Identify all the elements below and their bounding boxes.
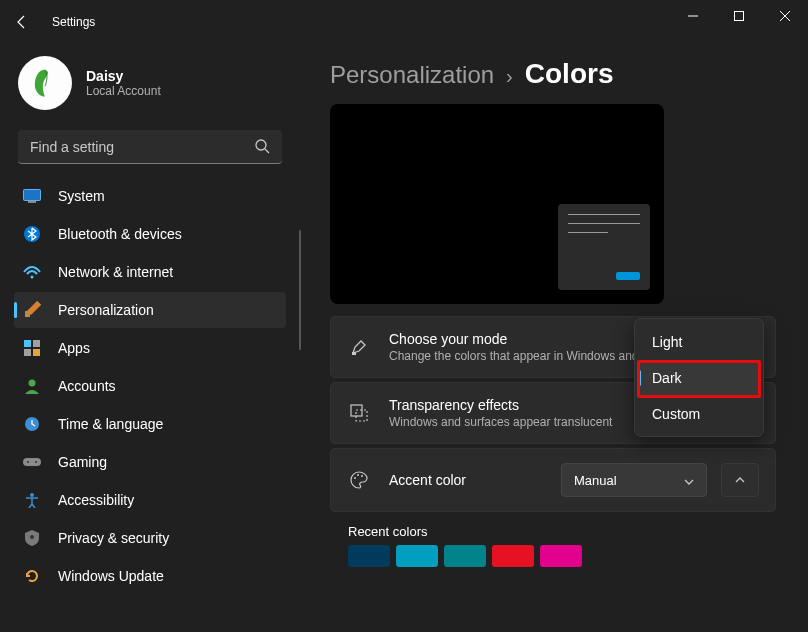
sidebar-item-system[interactable]: System xyxy=(14,178,286,214)
apps-icon xyxy=(22,338,42,358)
sidebar-item-label: System xyxy=(58,188,105,204)
sidebar-item-label: Accounts xyxy=(58,378,116,394)
svg-rect-13 xyxy=(24,349,31,356)
sidebar-item-update[interactable]: Windows Update xyxy=(14,558,286,594)
desktop-preview xyxy=(330,104,664,304)
svg-point-25 xyxy=(354,477,356,479)
svg-rect-14 xyxy=(33,349,40,356)
accounts-icon xyxy=(22,376,42,396)
breadcrumb: Personalization › Colors xyxy=(330,58,776,90)
sidebar-item-label: Bluetooth & devices xyxy=(58,226,182,242)
svg-point-15 xyxy=(29,380,36,387)
color-swatch[interactable] xyxy=(540,545,582,567)
expand-button[interactable] xyxy=(721,463,759,497)
sidebar-item-accessibility[interactable]: Accessibility xyxy=(14,482,286,518)
search-input[interactable] xyxy=(18,130,282,164)
brush-icon xyxy=(347,337,371,357)
sidebar-item-label: Network & internet xyxy=(58,264,173,280)
color-swatch[interactable] xyxy=(396,545,438,567)
privacy-icon xyxy=(22,528,42,548)
close-button[interactable] xyxy=(762,0,808,32)
maximize-button[interactable] xyxy=(716,0,762,32)
chevron-down-icon xyxy=(684,473,694,488)
dropdown-item-custom[interactable]: Custom xyxy=(638,396,760,431)
svg-point-9 xyxy=(31,276,34,279)
sidebar-item-gaming[interactable]: Gaming xyxy=(14,444,286,480)
color-swatch[interactable] xyxy=(492,545,534,567)
preview-window xyxy=(558,204,650,290)
bluetooth-icon xyxy=(22,224,42,244)
accessibility-icon xyxy=(22,490,42,510)
back-button[interactable] xyxy=(0,0,44,44)
minimize-button[interactable] xyxy=(670,0,716,32)
sidebar-item-time[interactable]: Time & language xyxy=(14,406,286,442)
sidebar-item-accounts[interactable]: Accounts xyxy=(14,368,286,404)
sidebar-item-label: Time & language xyxy=(58,416,163,432)
gaming-icon xyxy=(22,452,42,472)
chevron-right-icon: › xyxy=(506,65,513,88)
dropdown-item-light[interactable]: Light xyxy=(638,324,760,359)
sidebar-item-personalization[interactable]: Personalization xyxy=(14,292,286,328)
page-title: Colors xyxy=(525,58,614,90)
svg-point-27 xyxy=(361,475,363,477)
svg-point-21 xyxy=(30,535,34,539)
svg-point-20 xyxy=(30,493,34,497)
color-swatch[interactable] xyxy=(444,545,486,567)
dropdown-item-dark[interactable]: Dark xyxy=(638,360,760,395)
svg-point-4 xyxy=(256,140,266,150)
svg-rect-1 xyxy=(735,12,744,21)
svg-point-18 xyxy=(27,461,29,463)
svg-rect-6 xyxy=(24,190,41,201)
select-value: Manual xyxy=(574,473,617,488)
sidebar-item-label: Accessibility xyxy=(58,492,134,508)
sidebar-item-label: Personalization xyxy=(58,302,154,318)
sidebar-item-apps[interactable]: Apps xyxy=(14,330,286,366)
sidebar-item-label: Privacy & security xyxy=(58,530,169,546)
search-box[interactable] xyxy=(18,130,282,164)
window-title: Settings xyxy=(52,15,95,29)
accent-color-card[interactable]: Accent color Manual xyxy=(330,448,776,512)
recent-colors-row xyxy=(348,545,776,567)
sidebar-item-network[interactable]: Network & internet xyxy=(14,254,286,290)
avatar xyxy=(18,56,72,110)
transparency-icon xyxy=(347,403,371,423)
sidebar-item-label: Windows Update xyxy=(58,568,164,584)
svg-rect-17 xyxy=(23,458,41,466)
network-icon xyxy=(22,262,42,282)
palette-icon xyxy=(347,470,371,490)
sidebar-item-label: Gaming xyxy=(58,454,107,470)
system-icon xyxy=(22,186,42,206)
svg-rect-7 xyxy=(28,201,36,203)
card-title: Accent color xyxy=(389,472,561,488)
update-icon xyxy=(22,566,42,586)
search-icon xyxy=(254,138,270,158)
breadcrumb-parent[interactable]: Personalization xyxy=(330,61,494,89)
sidebar-item-privacy[interactable]: Privacy & security xyxy=(14,520,286,556)
svg-point-19 xyxy=(35,461,37,463)
sidebar-item-bluetooth[interactable]: Bluetooth & devices xyxy=(14,216,286,252)
time-icon xyxy=(22,414,42,434)
sidebar-item-label: Apps xyxy=(58,340,90,356)
recent-colors-label: Recent colors xyxy=(348,524,776,539)
preview-accent-button xyxy=(616,272,640,280)
profile-name: Daisy xyxy=(86,68,161,84)
svg-rect-12 xyxy=(33,340,40,347)
personalization-icon xyxy=(22,300,42,320)
svg-rect-11 xyxy=(24,340,31,347)
profile-block[interactable]: Daisy Local Account xyxy=(0,44,300,128)
sidebar-scrollbar[interactable] xyxy=(299,230,301,350)
svg-line-5 xyxy=(265,149,269,153)
color-swatch[interactable] xyxy=(348,545,390,567)
svg-rect-22 xyxy=(352,352,356,355)
profile-sub: Local Account xyxy=(86,84,161,98)
mode-dropdown[interactable]: Light Dark Custom xyxy=(634,318,764,437)
svg-point-26 xyxy=(357,474,359,476)
accent-mode-select[interactable]: Manual xyxy=(561,463,707,497)
